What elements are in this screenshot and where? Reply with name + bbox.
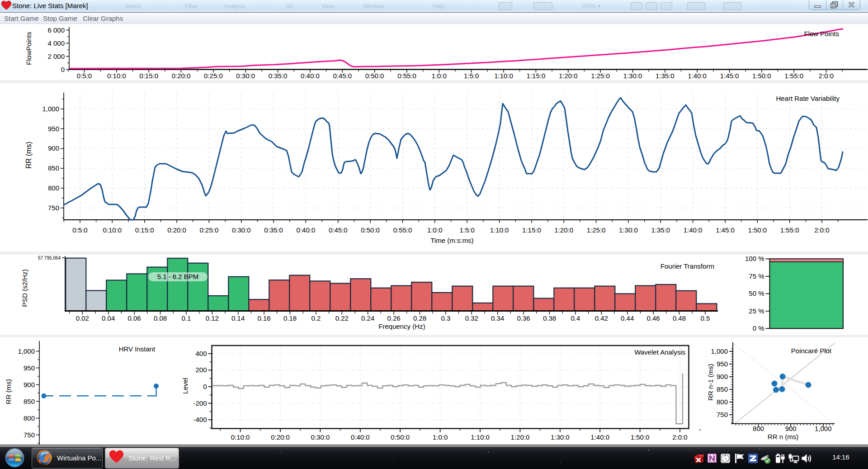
svg-text:Time (m:s:ms): Time (m:s:ms) [430,237,473,244]
svg-text:1:50:0: 1:50:0 [752,72,771,80]
svg-text:2:0:0: 2:0:0 [819,72,834,80]
svg-text:RR (ms): RR (ms) [5,379,12,404]
svg-text:2 000: 2 000 [47,52,65,60]
svg-text:0:10:0: 0:10:0 [103,226,122,234]
svg-text:0:40:0: 0:40:0 [351,433,370,441]
svg-text:1:15:0: 1:15:0 [527,72,546,80]
svg-text:-200: -200 [193,399,207,407]
svg-text:0.28: 0.28 [413,314,426,322]
svg-text:0.1: 0.1 [181,314,191,322]
svg-text:0.06: 0.06 [127,314,141,322]
svg-text:0:20:0: 0:20:0 [172,72,191,80]
svg-text:0:30:0: 0:30:0 [232,226,251,234]
svg-text:0: 0 [61,66,65,73]
svg-text:Frequency (Hz): Frequency (Hz) [378,322,425,330]
svg-text:1:40:0: 1:40:0 [684,226,703,234]
svg-text:1:55:0: 1:55:0 [780,226,799,234]
svg-text:0.02: 0.02 [76,314,89,322]
svg-text:1:15:0: 1:15:0 [522,226,541,234]
svg-text:800: 800 [48,184,59,192]
svg-text:800: 800 [753,425,764,432]
svg-text:0:50:0: 0:50:0 [391,433,410,441]
svg-text:Poincaré Plot: Poincaré Plot [791,347,832,355]
svg-text:HRV Instant: HRV Instant [119,345,156,353]
svg-text:0.12: 0.12 [206,314,219,322]
svg-text:900: 900 [48,144,59,152]
svg-text:0.4: 0.4 [571,314,580,322]
svg-text:75 %: 75 % [749,272,764,280]
svg-text:57 795.064: 57 795.064 [38,256,61,261]
svg-text:0:30:0: 0:30:0 [311,433,330,441]
svg-text:950: 950 [48,125,59,133]
svg-text:900: 900 [785,425,797,432]
svg-text:1:40:0: 1:40:0 [688,72,707,80]
svg-text:1:10:0: 1:10:0 [471,433,490,441]
svg-text:0:50:0: 0:50:0 [361,226,380,234]
svg-text:1:5:0: 1:5:0 [464,72,479,80]
svg-text:0.38: 0.38 [543,314,556,322]
svg-text:0.04: 0.04 [102,314,115,322]
svg-text:850: 850 [717,385,728,393]
svg-text:800: 800 [717,398,728,406]
svg-text:1:40:0: 1:40:0 [590,433,609,441]
svg-text:Flow Points: Flow Points [804,30,839,38]
svg-text:4 000: 4 000 [47,39,65,47]
svg-text:0:25:0: 0:25:0 [200,226,219,234]
svg-text:0.42: 0.42 [595,314,608,322]
svg-text:1:25:0: 1:25:0 [587,226,606,234]
svg-text:0.32: 0.32 [465,314,478,322]
svg-text:0:55:0: 0:55:0 [397,72,416,80]
svg-text:750: 750 [24,431,35,439]
svg-text:0.34: 0.34 [491,314,504,322]
svg-text:1,000: 1,000 [711,347,728,355]
svg-text:1:0:0: 1:0:0 [433,433,448,441]
svg-text:900: 900 [24,381,35,388]
svg-text:0:15:0: 0:15:0 [139,72,158,80]
svg-text:1:20:0: 1:20:0 [511,433,530,441]
svg-text:800: 800 [24,414,35,422]
svg-text:0.48: 0.48 [673,314,686,322]
svg-text:RR (ms): RR (ms) [25,142,33,169]
svg-text:0:40:0: 0:40:0 [297,226,316,234]
svg-text:0:20:0: 0:20:0 [271,433,290,441]
svg-text:0.36: 0.36 [517,314,530,322]
svg-text:200: 200 [195,366,207,374]
svg-text:5.1 - 6.2 BPM: 5.1 - 6.2 BPM [157,273,199,280]
svg-text:1:55:0: 1:55:0 [784,72,803,80]
svg-text:RR n (ms): RR n (ms) [768,433,798,441]
svg-text:100 %: 100 % [745,255,764,262]
svg-text:1:5:0: 1:5:0 [460,226,475,234]
svg-text:FlowPoints: FlowPoints [25,32,33,65]
svg-text:1:20:0: 1:20:0 [554,226,573,234]
svg-text:Fourier Transform: Fourier Transform [660,262,714,270]
svg-text:6 000: 6 000 [47,26,65,34]
svg-text:850: 850 [48,164,59,172]
svg-text:0:50:0: 0:50:0 [365,72,384,80]
svg-text:Level: Level [181,378,189,394]
svg-text:1:50:0: 1:50:0 [631,433,650,441]
svg-text:0:25:0: 0:25:0 [204,72,223,80]
svg-text:900: 900 [717,373,728,380]
svg-text:0:5:0: 0:5:0 [77,72,92,80]
svg-text:1:50:0: 1:50:0 [748,226,767,234]
svg-text:Wavelet Analysis: Wavelet Analysis [634,348,685,356]
svg-text:0: 0 [203,383,207,390]
svg-text:0:30:0: 0:30:0 [236,72,255,80]
svg-text:2:0:0: 2:0:0 [672,433,687,441]
svg-text:25 %: 25 % [749,307,764,315]
svg-text:1:20:0: 1:20:0 [559,72,578,80]
svg-text:0.24: 0.24 [361,314,374,322]
svg-text:0:15:0: 0:15:0 [135,226,154,234]
svg-text:0:35:0: 0:35:0 [264,226,283,234]
svg-text:1:25:0: 1:25:0 [591,72,610,80]
svg-text:1:30:0: 1:30:0 [551,433,570,441]
svg-text:0:45:0: 0:45:0 [333,72,352,80]
svg-text:0.2: 0.2 [311,314,321,322]
svg-text:1:45:0: 1:45:0 [716,226,735,234]
svg-text:950: 950 [717,360,728,368]
svg-text:1:0:0: 1:0:0 [427,226,442,234]
svg-text:0:40:0: 0:40:0 [301,72,320,80]
svg-text:850: 850 [24,398,35,405]
svg-text:0:35:0: 0:35:0 [269,72,288,80]
svg-text:1:10:0: 1:10:0 [490,226,509,234]
